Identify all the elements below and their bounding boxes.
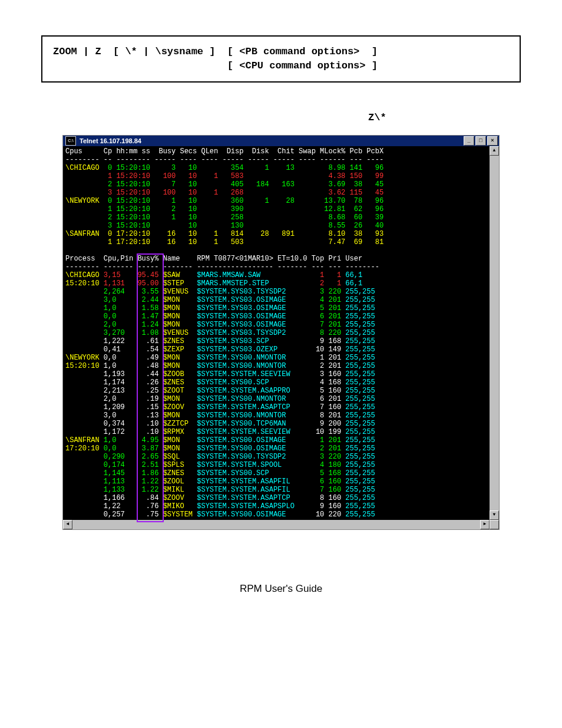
resize-grip[interactable] <box>490 520 499 529</box>
titlebar[interactable]: C:\ Telnet 16.107.198.84 _ □ × <box>63 136 499 146</box>
scroll-up-icon[interactable]: ▲ <box>490 146 499 156</box>
window-title: Telnet 16.107.198.84 <box>78 137 464 144</box>
command-example: Z\* <box>368 112 521 123</box>
vertical-scrollbar[interactable]: ▲ ▼ <box>490 146 499 520</box>
scroll-down-icon[interactable]: ▼ <box>490 510 499 520</box>
scroll-right-icon[interactable]: ► <box>480 520 490 529</box>
telnet-window: C:\ Telnet 16.107.198.84 _ □ × Cpus Cp h… <box>62 135 500 530</box>
telnet-icon: C:\ <box>65 136 76 146</box>
syntax-box: ZOOM | Z [ \* | \sysname ] [ <PB command… <box>41 35 521 83</box>
horizontal-scrollbar[interactable]: ◄ ► <box>63 520 499 529</box>
scroll-left-icon[interactable]: ◄ <box>63 520 72 529</box>
footer-text: RPM User's Guide <box>41 583 521 595</box>
minimize-button[interactable]: _ <box>464 136 474 146</box>
close-button[interactable]: × <box>487 136 498 146</box>
terminal-output: Cpus Cp hh:mm ss Busy Secs QLen Disp Dis… <box>63 146 490 520</box>
maximize-button[interactable]: □ <box>475 136 486 146</box>
